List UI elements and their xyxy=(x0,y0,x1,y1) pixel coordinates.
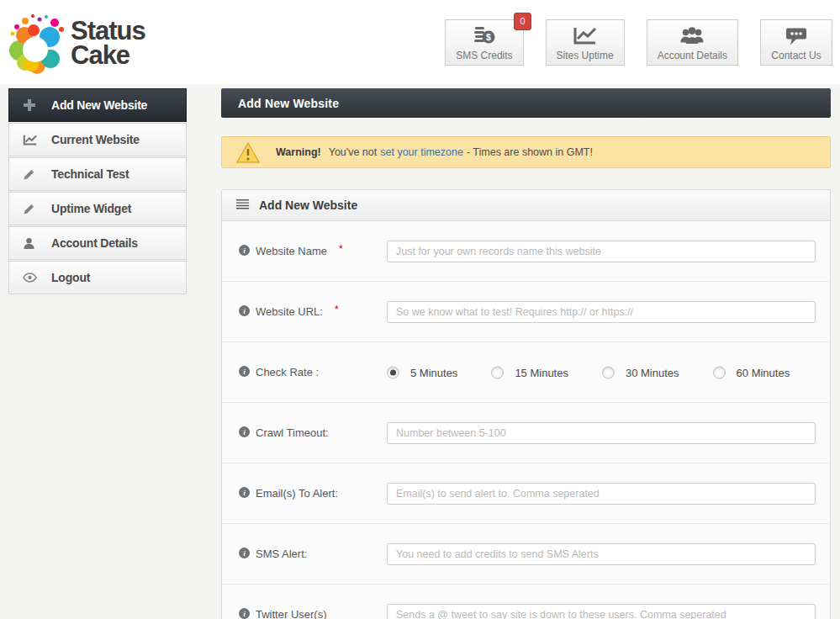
info-icon[interactable]: i xyxy=(239,426,250,440)
pencil-icon xyxy=(23,168,41,181)
svg-text:i: i xyxy=(243,246,246,254)
nav-button-label: Sites Uptime xyxy=(557,50,614,61)
chart-icon xyxy=(573,24,598,47)
input-sms-alert[interactable] xyxy=(387,543,816,565)
form-rows: iWebsite Name*iWebsite URL:*iCheck Rate … xyxy=(222,221,830,619)
svg-text:$: $ xyxy=(486,32,491,42)
set-timezone-link[interactable]: set your timezone xyxy=(380,146,463,158)
pencil-icon xyxy=(23,203,41,215)
statuscake-logo-icon xyxy=(7,10,67,77)
panel-header: Add New Website xyxy=(222,190,830,221)
sidebar-item-current-website[interactable]: Current Website xyxy=(8,123,187,156)
coins-icon: $ xyxy=(473,24,496,47)
nav-button-contact-us[interactable]: Contact Us xyxy=(760,19,832,66)
sidebar-item-technical-test[interactable]: Technical Test xyxy=(8,157,187,191)
radio-option-5-minutes[interactable]: 5 Minutes xyxy=(387,366,457,378)
main-content: Add New Website Warning! You've not set … xyxy=(221,88,831,619)
field-input-area xyxy=(387,543,816,565)
logo-line2: Cake xyxy=(71,44,145,68)
required-asterisk: * xyxy=(339,243,343,255)
info-icon[interactable]: i xyxy=(239,608,250,619)
form-row-website-url: iWebsite URL:* xyxy=(222,282,830,342)
sidebar-item-uptime-widget[interactable]: Uptime Widget xyxy=(8,192,187,225)
sidebar-item-label: Logout xyxy=(51,271,90,284)
add-website-panel: Add New Website iWebsite Name*iWebsite U… xyxy=(221,189,831,619)
sidebar-item-add-new-website[interactable]: Add New Website xyxy=(8,88,187,122)
field-input-area xyxy=(387,422,816,444)
info-icon[interactable]: i xyxy=(239,245,250,258)
nav-button-sites-uptime[interactable]: Sites Uptime xyxy=(546,19,625,66)
field-label: iSMS Alert: xyxy=(239,548,307,561)
radio-option-30-minutes[interactable]: 30 Minutes xyxy=(602,366,679,378)
nav-button-account-details[interactable]: Account Details xyxy=(647,19,738,66)
field-label-text: Check Rate : xyxy=(256,366,319,378)
field-input-area xyxy=(387,301,816,323)
field-label-text: Crawl Timeout: xyxy=(256,426,329,439)
sidebar-item-label: Technical Test xyxy=(51,167,129,181)
radio-option-label: 30 Minutes xyxy=(626,366,679,378)
radio-option-label: 5 Minutes xyxy=(410,366,457,378)
radio-button[interactable] xyxy=(713,366,726,378)
radio-button[interactable] xyxy=(602,366,615,378)
warning-text-post: - Times are shown in GMT! xyxy=(467,146,593,158)
sidebar-item-account-details[interactable]: Account Details xyxy=(8,226,187,260)
chat-icon xyxy=(785,24,808,47)
svg-text:i: i xyxy=(243,306,246,315)
nav-button-label: SMS Credits xyxy=(456,50,512,61)
input-twitter-user-s[interactable] xyxy=(387,604,816,619)
nav-button-sms-credits[interactable]: $SMS Credits0 xyxy=(445,19,523,66)
radio-option-15-minutes[interactable]: 15 Minutes xyxy=(491,366,568,378)
svg-text:i: i xyxy=(243,427,246,436)
field-input-area: 5 Minutes15 Minutes30 Minutes60 Minutes xyxy=(387,366,816,378)
svg-text:i: i xyxy=(243,609,246,617)
input-website-url[interactable] xyxy=(387,301,816,323)
info-icon[interactable]: i xyxy=(239,366,250,379)
field-label-text: Email(s) To Alert: xyxy=(256,487,338,500)
input-email-s-to-alert[interactable] xyxy=(387,483,816,505)
form-row-crawl-timeout: iCrawl Timeout: xyxy=(222,403,830,463)
field-label-text: Twitter User(s) xyxy=(256,608,327,619)
field-label-text: Website URL: xyxy=(256,305,323,318)
svg-text:i: i xyxy=(243,488,246,496)
radio-option-label: 15 Minutes xyxy=(515,366,568,378)
svg-text:i: i xyxy=(243,367,246,375)
warning-bold: Warning! xyxy=(276,146,321,158)
sms-credits-badge: 0 xyxy=(514,13,531,30)
radio-option-label: 60 Minutes xyxy=(737,366,790,378)
radio-option-60-minutes[interactable]: 60 Minutes xyxy=(713,366,790,378)
nav-button-label: Contact Us xyxy=(771,50,821,61)
sidebar-item-label: Add New Website xyxy=(51,98,147,112)
menu-icon xyxy=(235,198,250,213)
field-label: iWebsite Name* xyxy=(239,245,343,258)
logo[interactable]: Status Cake xyxy=(7,10,145,77)
required-asterisk: * xyxy=(335,304,339,315)
input-website-name[interactable] xyxy=(387,241,816,262)
info-icon[interactable]: i xyxy=(239,305,250,319)
info-icon[interactable]: i xyxy=(239,548,250,561)
warning-banner: Warning! You've not set your timezone - … xyxy=(221,136,831,168)
radio-button[interactable] xyxy=(387,366,399,378)
sidebar-item-logout[interactable]: Logout xyxy=(8,261,187,294)
field-label-text: SMS Alert: xyxy=(256,548,307,560)
page-title: Add New Website xyxy=(238,97,339,110)
form-row-twitter-user-s: iTwitter User(s) xyxy=(222,585,830,619)
panel-title: Add New Website xyxy=(259,198,357,212)
field-label: iCheck Rate : xyxy=(239,366,319,379)
field-label: iTwitter User(s) xyxy=(239,608,327,619)
field-label: iCrawl Timeout: xyxy=(239,426,329,440)
field-label: iEmail(s) To Alert: xyxy=(239,487,338,500)
sidebar: Add New WebsiteCurrent WebsiteTechnical … xyxy=(8,88,187,295)
app-header: Status Cake $SMS Credits0Sites UptimeAcc… xyxy=(0,0,840,84)
radio-button[interactable] xyxy=(491,366,504,378)
plus-icon xyxy=(23,98,41,112)
input-crawl-timeout[interactable] xyxy=(387,422,816,444)
page-title-bar: Add New Website xyxy=(221,88,831,118)
logo-text: Status Cake xyxy=(71,19,145,68)
warning-icon xyxy=(235,141,261,164)
sidebar-item-label: Current Website xyxy=(51,133,140,146)
info-icon[interactable]: i xyxy=(239,487,250,500)
nav-button-label: Account Details xyxy=(658,50,727,61)
sidebar-item-label: Account Details xyxy=(51,236,138,250)
form-row-sms-alert: iSMS Alert: xyxy=(222,524,830,585)
form-row-email-s-to-alert: iEmail(s) To Alert: xyxy=(222,463,830,524)
